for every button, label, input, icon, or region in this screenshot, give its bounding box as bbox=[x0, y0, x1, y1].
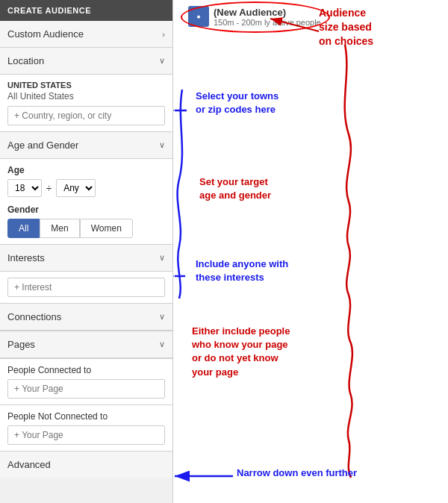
annotation-connections: Either include peoplewho know your pageo… bbox=[192, 325, 290, 379]
people-not-connected-label: People Not Connected to bbox=[7, 411, 165, 422]
pages-section: Pages ∨ bbox=[0, 331, 172, 359]
right-panel: ▪ (New Audience) 150m - 200m ly active p… bbox=[173, 0, 448, 503]
gender-men-btn[interactable]: Men bbox=[40, 219, 79, 238]
gender-all-btn[interactable]: All bbox=[7, 219, 40, 238]
audience-size: 150m - 200m ly active people bbox=[214, 18, 321, 27]
interests-header[interactable]: Interests ∨ bbox=[0, 245, 172, 272]
custom-audience-label: Custom Audience bbox=[7, 28, 84, 40]
audience-name: (New Audience) bbox=[214, 7, 321, 18]
age-gender-header[interactable]: Age and Gender ∨ bbox=[0, 132, 172, 159]
left-panel: CREATE AUDIENCE Custom Audience › Locati… bbox=[0, 0, 173, 503]
connections-section: Connections ∨ bbox=[0, 304, 172, 331]
age-gender-label: Age and Gender bbox=[7, 140, 78, 151]
annotation-interests: Include anyone withthese interests bbox=[196, 257, 288, 284]
pages-row[interactable]: Pages ∨ bbox=[0, 331, 172, 358]
audience-info: (New Audience) 150m - 200m ly active peo… bbox=[214, 7, 321, 27]
interests-label: Interests bbox=[7, 252, 45, 263]
advanced-label: Advanced bbox=[7, 459, 51, 470]
connections-chevron: ∨ bbox=[159, 312, 165, 322]
people-connected-input[interactable] bbox=[7, 379, 165, 399]
location-input[interactable] bbox=[7, 106, 165, 125]
connections-label: Connections bbox=[7, 311, 61, 322]
arrows-overlay bbox=[173, 0, 448, 503]
interest-input[interactable] bbox=[7, 278, 165, 297]
create-audience-title: CREATE AUDIENCE bbox=[7, 6, 91, 15]
location-chevron: ∨ bbox=[159, 56, 165, 66]
age-field-label: Age bbox=[7, 165, 165, 175]
location-section: Location ∨ UNITED STATES All United Stat… bbox=[0, 48, 172, 132]
connections-row[interactable]: Connections ∨ bbox=[0, 304, 172, 331]
age-gender-section: Age and Gender ∨ Age 18 21 25 30 35 40 4… bbox=[0, 132, 172, 245]
people-connected-section: People Connected to bbox=[0, 359, 172, 405]
age-gender-body: Age 18 21 25 30 35 40 45 50 55 60 65 bbox=[0, 159, 172, 244]
interests-chevron: ∨ bbox=[159, 253, 165, 263]
annotation-age-gender: Set your targetage and gender bbox=[199, 175, 271, 202]
custom-audience-row[interactable]: Custom Audience › bbox=[0, 21, 172, 48]
create-audience-header: CREATE AUDIENCE bbox=[0, 0, 172, 21]
gender-buttons: All Men Women bbox=[7, 219, 165, 238]
location-header[interactable]: Location ∨ bbox=[0, 48, 172, 75]
people-not-connected-input[interactable] bbox=[7, 425, 165, 445]
annotation-advanced: Narrow down even further bbox=[237, 466, 357, 480]
gender-women-btn[interactable]: Women bbox=[80, 219, 133, 238]
audience-icon: ▪ bbox=[188, 6, 209, 27]
location-all: All United States bbox=[7, 91, 165, 101]
gender-field-label: Gender bbox=[7, 204, 165, 215]
age-selects: 18 21 25 30 35 40 45 50 55 60 65 ÷ A bbox=[7, 179, 165, 197]
age-separator: ÷ bbox=[46, 183, 52, 194]
new-audience-badge: ▪ (New Audience) 150m - 200m ly active p… bbox=[188, 6, 321, 27]
people-connected-label: People Connected to bbox=[7, 365, 165, 375]
location-label: Location bbox=[7, 55, 44, 66]
people-not-connected-section: People Not Connected to bbox=[0, 405, 172, 452]
age-max-select[interactable]: Any 24 29 34 39 44 49 54 59 64 65+ bbox=[56, 179, 96, 197]
annotation-audience-size: Audience size based on choices bbox=[319, 6, 373, 49]
pages-label: Pages bbox=[7, 339, 35, 350]
main-container: CREATE AUDIENCE Custom Audience › Locati… bbox=[0, 0, 448, 503]
custom-audience-chevron: › bbox=[162, 30, 165, 39]
location-country: UNITED STATES bbox=[7, 81, 165, 90]
location-body: UNITED STATES All United States bbox=[0, 75, 172, 131]
interests-body bbox=[0, 272, 172, 303]
advanced-row[interactable]: Advanced bbox=[0, 452, 172, 478]
interests-section: Interests ∨ bbox=[0, 245, 172, 304]
pages-chevron: ∨ bbox=[159, 340, 165, 349]
annotation-towns: Select your townsor zip codes here bbox=[196, 90, 279, 116]
age-gender-chevron: ∨ bbox=[159, 140, 165, 150]
age-min-select[interactable]: 18 21 25 30 35 40 45 50 55 60 65 bbox=[7, 179, 42, 197]
